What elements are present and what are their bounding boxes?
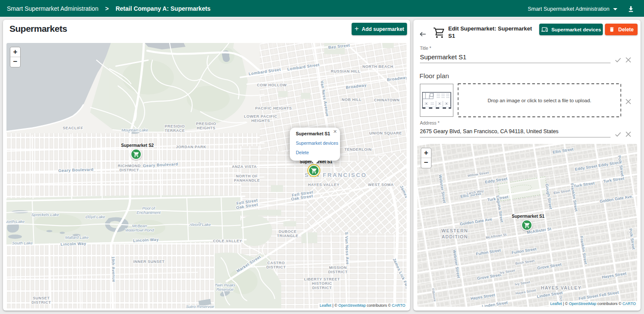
- svg-text:LIBERTY STREET: LIBERTY STREET: [304, 277, 340, 281]
- svg-text:WESTERN: WESTERN: [441, 228, 468, 233]
- svg-text:NOB HILL: NOB HILL: [342, 98, 362, 102]
- svg-text:South Lake: South Lake: [12, 241, 33, 245]
- svg-text:ADDITION: ADDITION: [441, 234, 468, 239]
- svg-text:Lloyd Lake: Lloyd Lake: [85, 214, 105, 219]
- svg-text:CHINATOWN: CHINATOWN: [374, 98, 400, 102]
- svg-text:COW HOLLOW: COW HOLLOW: [257, 83, 287, 87]
- svg-text:COLE VALLEY: COLE VALLEY: [213, 239, 242, 243]
- svg-text:PRESIDIO: PRESIDIO: [164, 124, 185, 128]
- svg-text:SUNSET: SUNSET: [33, 296, 50, 300]
- svg-text:19th Avenue: 19th Avenue: [111, 256, 116, 283]
- svg-text:North Lake: North Lake: [6, 219, 24, 224]
- svg-text:HISTORIC: HISTORIC: [312, 281, 332, 286]
- svg-text:TRIANGLE: TRIANGLE: [277, 234, 298, 238]
- svg-text:WEST SOMA: WEST SOMA: [368, 183, 394, 187]
- svg-text:Lincoln Way: Lincoln Way: [61, 241, 87, 247]
- svg-text:NORTH OF: NORTH OF: [236, 174, 258, 178]
- svg-text:INNER SUNSET: INNER SUNSET: [133, 259, 164, 264]
- svg-text:Spreckels Lake: Spreckels Lake: [31, 212, 59, 217]
- svg-text:SEACLIFF: SEACLIFF: [63, 126, 83, 130]
- svg-text:DUBOCE: DUBOCE: [279, 229, 297, 234]
- svg-text:Mountain Lake: Mountain Lake: [122, 128, 148, 132]
- svg-text:HAYES VALLEY: HAYES VALLEY: [308, 183, 340, 187]
- svg-text:Mallard Lake: Mallard Lake: [65, 235, 88, 240]
- svg-text:TERRACE: TERRACE: [164, 128, 185, 133]
- svg-text:Enchantment: Enchantment: [137, 210, 161, 215]
- svg-text:TENDERLOIN: TENDERLOIN: [344, 147, 372, 152]
- svg-text:PANHANDLE: PANHANDLE: [234, 178, 260, 183]
- svg-text:Waterfowl Pond: Waterfowl Pond: [125, 228, 155, 232]
- svg-text:UNION SQUARE: UNION SQUARE: [369, 131, 402, 135]
- svg-text:DISTRICT: DISTRICT: [266, 265, 286, 269]
- svg-text:JORDAN PARK: JORDAN PARK: [176, 145, 207, 149]
- svg-text:DISTRICT: DISTRICT: [119, 168, 139, 172]
- svg-text:HEIGHTS: HEIGHTS: [251, 119, 270, 123]
- svg-text:PACIFIC HEIGHTS: PACIFIC HEIGHTS: [255, 106, 292, 110]
- svg-text:PRESIDIO: PRESIDIO: [196, 122, 216, 126]
- svg-text:NORTH BEACH: NORTH BEACH: [362, 64, 393, 69]
- svg-text:HEIGHTS: HEIGHTS: [197, 126, 216, 130]
- svg-text:HAYES VALLEY: HAYES VALLEY: [541, 285, 582, 290]
- svg-text:RUSSIAN HILL: RUSSIAN HILL: [331, 69, 361, 73]
- svg-text:RICHMOND: RICHMOND: [118, 164, 141, 168]
- svg-text:ANZA VISTA: ANZA VISTA: [232, 165, 257, 169]
- svg-text:Reservoir: Reservoir: [216, 287, 234, 292]
- svg-text:DISTRICT: DISTRICT: [312, 286, 332, 290]
- svg-text:LOWER PACIFIC: LOWER PACIFIC: [244, 114, 277, 119]
- svg-text:MISSION: MISSION: [329, 265, 347, 270]
- svg-text:DISTRICT: DISTRICT: [31, 300, 51, 305]
- svg-text:Sutro Reservoir: Sutro Reservoir: [186, 304, 215, 308]
- svg-text:CASTRO: CASTRO: [267, 261, 285, 265]
- svg-text:DISTRICT: DISTRICT: [328, 270, 348, 274]
- svg-text:Alvord Lake: Alvord Lake: [189, 222, 211, 227]
